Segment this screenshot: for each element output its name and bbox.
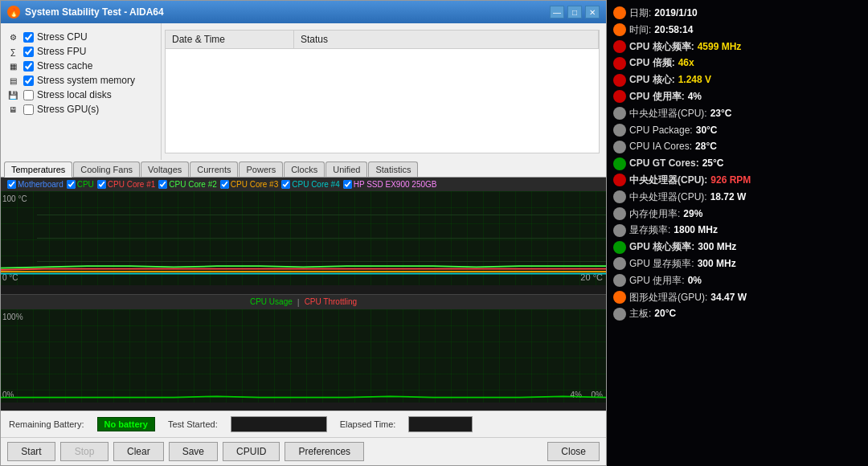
sidebar-cpu-gt: CPU GT Cores: 25°C	[613, 155, 862, 172]
legend-motherboard-checkbox[interactable]	[7, 180, 16, 189]
cpuid-button[interactable]: CPUID	[223, 442, 280, 461]
sidebar-cpu-mult: CPU 倍频: 46x	[613, 55, 862, 72]
tab-currents[interactable]: Currents	[190, 161, 238, 177]
board-temp-val: 20°C	[654, 307, 676, 321]
stress-memory-checkbox[interactable]	[23, 76, 34, 86]
tab-cooling-fans[interactable]: Cooling Fans	[73, 161, 140, 177]
sidebar-date: 日期: 2019/1/10	[613, 5, 862, 22]
gpu-power-icon	[613, 291, 626, 304]
memory-icon: ▤	[6, 75, 20, 86]
cpu-throttling-label: CPU Throttling	[305, 297, 357, 306]
legend-core1-checkbox[interactable]	[97, 180, 106, 189]
legend-core3-checkbox[interactable]	[220, 180, 229, 189]
stress-cpu-checkbox[interactable]	[23, 32, 34, 43]
legend-cpu-checkbox[interactable]	[67, 180, 76, 189]
disk-icon: 💾	[6, 89, 20, 100]
sidebar-cpu-power: 中央处理器(CPU): 18.72 W	[613, 189, 862, 206]
time-icon	[613, 23, 626, 36]
cpu-power-val: 18.72 W	[710, 190, 747, 204]
legend-core2: CPU Core #2	[158, 180, 216, 189]
stress-memory-label: Stress system memory	[37, 75, 135, 86]
battery-label: Remaining Battery:	[9, 419, 84, 429]
legend-motherboard: Motherboard	[7, 180, 63, 189]
cpu-package-key: CPU Package:	[629, 124, 693, 137]
stress-cache-label: Stress cache	[37, 60, 92, 72]
stress-cache-checkbox[interactable]	[23, 61, 34, 72]
stress-gpu-item: 🖥 Stress GPU(s)	[6, 102, 156, 117]
cpu-volt-key: CPU 核心:	[629, 73, 675, 87]
log-date-header: Date & Time	[166, 31, 294, 48]
stress-gpu-checkbox[interactable]	[23, 104, 34, 115]
usage-chart-svg	[1, 309, 606, 403]
sidebar-cpu-package: CPU Package: 30°C	[613, 122, 862, 139]
cpu-gt-icon	[613, 157, 626, 170]
sidebar-gpu-vram: GPU 显存频率: 300 MHz	[613, 255, 862, 272]
legend-core2-label: CPU Core #2	[169, 180, 216, 189]
sidebar-mem-usage: 内存使用率: 29%	[613, 206, 862, 223]
tab-unified[interactable]: Unified	[326, 161, 367, 177]
separator: |	[297, 297, 300, 307]
sidebar-gpu-core: GPU 核心频率: 300 MHz	[613, 239, 862, 255]
elapsed-time-label: Elapsed Time:	[340, 419, 396, 429]
legend-core1-label: CPU Core #1	[108, 180, 155, 189]
vram-freq-icon	[613, 224, 626, 237]
sidebar-time: 时间: 20:58:14	[613, 22, 862, 39]
cpu-power-icon	[613, 190, 626, 203]
fpu-icon: ∑	[6, 46, 20, 57]
stress-disks-item: 💾 Stress local disks	[6, 88, 156, 102]
maximize-button[interactable]: □	[567, 6, 582, 18]
time-val: 20:58:14	[654, 23, 693, 37]
stress-disks-checkbox[interactable]	[23, 90, 34, 100]
sidebar-cpu-freq: CPU 核心频率: 4599 MHz	[613, 39, 862, 55]
status-bar: Remaining Battery: No battery Test Start…	[1, 411, 606, 437]
start-button[interactable]: Start	[7, 442, 55, 461]
sidebar-cpu-temp: 中央处理器(CPU): 23°C	[613, 105, 862, 122]
cpu-package-icon	[613, 124, 626, 137]
gpu-usage-key: GPU 使用率:	[629, 274, 685, 288]
gpu-power-val: 34.47 W	[710, 291, 747, 305]
legend-core2-checkbox[interactable]	[158, 180, 167, 189]
legend-cpu: CPU	[67, 180, 94, 189]
cpu-ia-key: CPU IA Cores:	[629, 140, 692, 153]
sidebar-vram-freq: 显存频率: 1800 MHz	[613, 222, 862, 239]
cpu-gt-val: 25°C	[702, 157, 724, 170]
gpu-usage-val: 0%	[688, 274, 702, 288]
tab-statistics[interactable]: Statistics	[368, 161, 418, 177]
cpu-ia-val: 28°C	[695, 140, 717, 153]
tab-clocks[interactable]: Clocks	[284, 161, 325, 177]
legend-core4-checkbox[interactable]	[281, 180, 290, 189]
sidebar-gpu-usage: GPU 使用率: 0%	[613, 272, 862, 289]
legend-ssd-checkbox[interactable]	[343, 180, 352, 189]
mem-usage-val: 29%	[683, 207, 702, 221]
preferences-button[interactable]: Preferences	[285, 442, 364, 461]
cpu-package-val: 30°C	[696, 124, 718, 137]
tabs-section: Temperatures Cooling Fans Voltages Curre…	[1, 160, 606, 178]
save-button[interactable]: Save	[169, 442, 218, 461]
sidebar-cpu-ia: CPU IA Cores: 28°C	[613, 138, 862, 155]
tab-powers[interactable]: Powers	[239, 161, 283, 177]
title-bar: 🔥 System Stability Test - AIDA64 — □ ✕	[1, 1, 606, 23]
close-window-button[interactable]: ✕	[585, 6, 600, 18]
stress-fpu-checkbox[interactable]	[23, 47, 34, 57]
tab-temperatures[interactable]: Temperatures	[4, 161, 72, 178]
clear-button[interactable]: Clear	[113, 442, 164, 461]
stress-fpu-item: ∑ Stress FPU	[6, 44, 156, 59]
charts-area: Motherboard CPU CPU Core #1 CPU Core #2 …	[1, 178, 606, 411]
cpu-freq-key: CPU 核心频率:	[629, 40, 694, 54]
legend-motherboard-label: Motherboard	[18, 180, 63, 189]
test-started-label: Test Started:	[168, 419, 218, 429]
main-window: 🔥 System Stability Test - AIDA64 — □ ✕ ⚙…	[0, 0, 607, 466]
tab-bar: Temperatures Cooling Fans Voltages Curre…	[1, 160, 606, 178]
minimize-button[interactable]: —	[550, 6, 564, 18]
mem-usage-icon	[613, 207, 626, 220]
tab-voltages[interactable]: Voltages	[141, 161, 189, 177]
temperature-chart: Motherboard CPU CPU Core #1 CPU Core #2 …	[1, 178, 606, 295]
gpu-core-val: 300 MHz	[698, 240, 736, 254]
cpu-volt-icon	[613, 74, 626, 87]
stop-button[interactable]: Stop	[60, 442, 108, 461]
gpu-core-icon	[613, 241, 626, 254]
close-button[interactable]: Close	[547, 442, 600, 461]
cpu-ia-icon	[613, 141, 626, 153]
cpu-rpm-key: 中央处理器(CPU):	[629, 174, 707, 187]
app-icon: 🔥	[7, 6, 20, 18]
